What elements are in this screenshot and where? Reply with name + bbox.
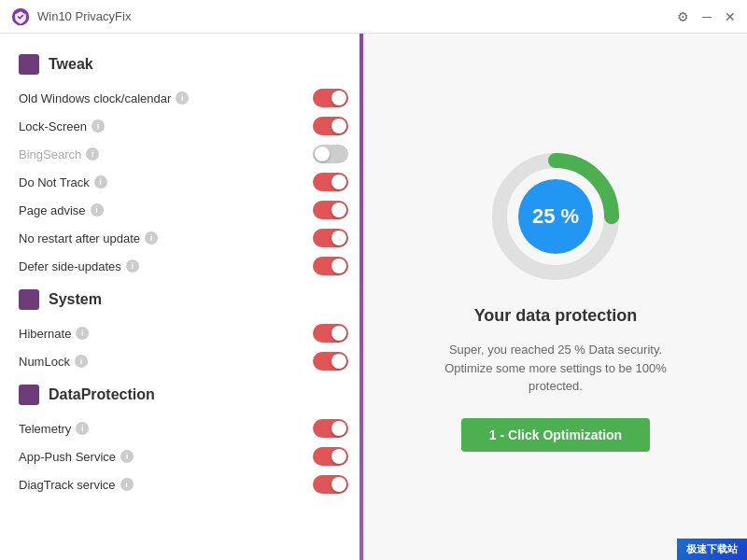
toggle-slider: [313, 352, 348, 371]
setting-row: Telemetryi: [19, 414, 348, 442]
toggle-switch[interactable]: [313, 257, 348, 275]
toggle-slider: [313, 229, 348, 247]
info-icon[interactable]: i: [86, 147, 99, 161]
setting-text: Page advise: [19, 203, 86, 217]
toggle-slider: [313, 117, 348, 135]
toggle-switch-disabled: [313, 145, 348, 163]
setting-label: App-Push Servicei: [19, 450, 134, 464]
info-icon[interactable]: i: [94, 175, 107, 189]
setting-row: Page advisei: [19, 196, 348, 224]
toggle-switch[interactable]: [313, 419, 348, 438]
setting-row: App-Push Servicei: [19, 442, 348, 470]
toggle-switch[interactable]: [313, 324, 348, 343]
setting-text: Hibernate: [19, 327, 71, 341]
setting-text: Defer side-updates: [19, 259, 121, 273]
setting-row: BingSearchi: [19, 140, 348, 168]
toggle-slider: [313, 89, 348, 107]
toggle-slider: [313, 257, 348, 275]
section-header-system: System: [19, 289, 348, 310]
setting-label: DiagTrack servicei: [19, 478, 134, 492]
app-icon: [11, 7, 30, 26]
sections-container: TweakOld Windows clock/calendariLock-Scr…: [19, 54, 348, 498]
watermark: 极速下载站: [677, 539, 747, 560]
setting-label: Hibernatei: [19, 327, 89, 341]
setting-row: Hibernatei: [19, 319, 348, 347]
info-icon[interactable]: i: [76, 422, 89, 435]
toggle-switch[interactable]: [313, 201, 348, 219]
setting-text: BingSearch: [19, 147, 81, 161]
toggle-slider: [313, 475, 348, 494]
toggle-switch[interactable]: [313, 475, 348, 494]
donut-chart: 25 % 25 %: [481, 142, 630, 291]
titlebar-controls: ⚙ ─ ✕: [677, 9, 736, 24]
info-icon[interactable]: i: [120, 450, 134, 463]
info-icon[interactable]: i: [176, 91, 189, 105]
setting-row: Defer side-updatesi: [19, 252, 348, 280]
setting-label: NumLocki: [19, 355, 88, 369]
section-header-dataprotection: DataProtection: [19, 385, 348, 405]
setting-row: DiagTrack servicei: [19, 470, 348, 498]
minimize-button[interactable]: ─: [702, 9, 712, 24]
donut-center-text: 25 %: [532, 204, 579, 229]
setting-text: App-Push Service: [19, 450, 116, 464]
setting-label: Lock-Screeni: [19, 119, 105, 133]
info-icon[interactable]: i: [91, 203, 104, 217]
setting-label: BingSearchi: [19, 147, 99, 161]
setting-row: Lock-Screeni: [19, 112, 348, 140]
section-title-tweak: Tweak: [49, 56, 93, 73]
settings-button[interactable]: ⚙: [677, 9, 689, 24]
left-panel: TweakOld Windows clock/calendariLock-Scr…: [0, 34, 364, 560]
setting-label: Telemetryi: [19, 422, 89, 436]
setting-label: Old Windows clock/calendari: [19, 91, 189, 105]
info-icon[interactable]: i: [75, 355, 88, 368]
toggle-slider: [313, 173, 348, 191]
toggle-slider: [313, 419, 348, 438]
setting-label: Do Not Tracki: [19, 175, 107, 189]
protection-title: Your data protection: [474, 306, 638, 326]
right-panel: 25 % 25 % Your data protection Super, yo…: [364, 34, 747, 560]
protection-desc: Super, you reached 25 % Data security. O…: [444, 341, 668, 396]
setting-text: No restart after update: [19, 231, 140, 245]
app-title: Win10 PrivacyFix: [37, 9, 131, 23]
section-header-tweak: Tweak: [19, 54, 348, 75]
section-title-system: System: [49, 291, 102, 308]
close-button[interactable]: ✕: [725, 9, 736, 24]
info-icon[interactable]: i: [120, 478, 134, 491]
main-container: TweakOld Windows clock/calendariLock-Scr…: [0, 34, 747, 560]
setting-label: No restart after updatei: [19, 231, 158, 245]
info-icon[interactable]: i: [92, 119, 105, 133]
setting-row: NumLocki: [19, 347, 348, 375]
setting-row: No restart after updatei: [19, 224, 348, 252]
setting-text: Lock-Screen: [19, 119, 87, 133]
titlebar: Win10 PrivacyFix ⚙ ─ ✕: [0, 0, 747, 34]
setting-row: Old Windows clock/calendari: [19, 84, 348, 112]
section-square-tweak: [19, 54, 39, 75]
toggle-switch[interactable]: [313, 447, 348, 466]
toggle-switch[interactable]: [313, 173, 348, 191]
toggle-switch[interactable]: [313, 117, 348, 135]
toggle-slider: [313, 324, 348, 343]
setting-row: Do Not Tracki: [19, 168, 348, 196]
toggle-switch[interactable]: [313, 229, 348, 247]
toggle-switch[interactable]: [313, 352, 348, 371]
setting-text: Old Windows clock/calendar: [19, 91, 171, 105]
toggle-slider: [313, 201, 348, 219]
titlebar-left: Win10 PrivacyFix: [11, 7, 131, 26]
section-square-system: [19, 289, 39, 310]
setting-label: Page advisei: [19, 203, 104, 217]
setting-text: Do Not Track: [19, 175, 90, 189]
donut-center-circle: 25 %: [518, 179, 593, 254]
optimize-button[interactable]: 1 - Click Optimization: [461, 418, 650, 452]
setting-text: DiagTrack service: [19, 478, 116, 492]
section-title-dataprotection: DataProtection: [49, 386, 155, 403]
setting-label: Defer side-updatesi: [19, 259, 139, 273]
section-square-dataprotection: [19, 385, 39, 405]
toggle-switch[interactable]: [313, 89, 348, 107]
setting-text: Telemetry: [19, 422, 71, 436]
info-icon[interactable]: i: [76, 327, 89, 340]
info-icon[interactable]: i: [126, 259, 139, 273]
setting-text: NumLock: [19, 355, 70, 369]
info-icon[interactable]: i: [145, 231, 158, 245]
toggle-slider: [313, 447, 348, 466]
